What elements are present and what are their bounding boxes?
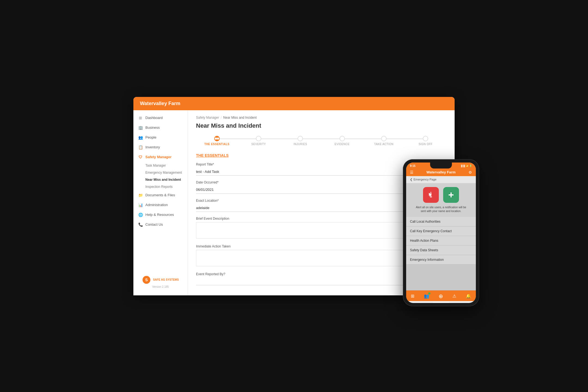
tab-alert-icon: ⚠ [452,293,456,299]
sidebar-sub-inspection[interactable]: Inspection Reports [133,183,188,190]
version-text: Version 2.185 [152,285,169,288]
sidebar-sub-near-miss[interactable]: Near Miss and Incident [133,176,188,183]
sidebar-item-business[interactable]: 🏢 Business [133,123,188,133]
sidebar-item-documents[interactable]: 📁 Documents & Files [133,190,188,200]
sidebar-item-label: Contact Us [145,222,163,226]
inventory-icon: 📋 [138,145,143,149]
step-evidence[interactable]: EVIDENCE [321,136,363,146]
step-injuries[interactable]: INJURIES [280,136,321,146]
phone-home-indicator [433,302,449,303]
sidebar-sub-emergency[interactable]: Emergency Management [133,169,188,176]
sidebar-item-safety-manager[interactable]: 🛡 Safety Manager [133,152,188,162]
logo-icon: S [142,275,151,284]
phone-tab-bar: ⊞ 👥 ⊕ ⚠ 🔔 [406,290,476,301]
fire-emergency-button[interactable] [423,187,439,203]
top-bar: Watervalley Farm [133,97,455,110]
sidebar-item-label: Dashboard [145,116,163,120]
emergency-icons-row [423,187,459,203]
phone-list: Call Local Authorities Call Key Emergenc… [406,217,476,290]
hamburger-icon[interactable]: ☰ [410,170,414,174]
step-sign-off[interactable]: SIGN OFF [405,136,446,146]
wifi-icon: 📶 [466,165,468,167]
breadcrumb-current: Near Miss and Incident [223,116,257,120]
admin-icon: 📊 [138,203,143,207]
breadcrumb-parent[interactable]: Safety Manager [196,116,219,120]
help-icon: 🌐 [138,213,143,217]
phone-tab-home[interactable]: ⊞ [411,293,414,299]
phone-gear-icon[interactable]: ⚙ [468,170,472,174]
sidebar: ⊞ Dashboard 🏢 Business 👥 People 📋 Invent… [133,110,188,295]
phone-app-title: Watervalley Farm [426,170,455,174]
phone-notch [430,163,452,169]
sidebar-spacer [133,229,188,271]
step-label-essentials: THE ESSENTIALS [204,143,229,146]
app-frame: Watervalley Farm ⊞ Dashboard 🏢 Business … [133,97,455,295]
step-circle-sign-off [423,136,428,141]
sidebar-item-administration[interactable]: 📊 Administration [133,200,188,210]
phone-tab-people[interactable]: 👥 [424,293,429,299]
step-label-injuries: INJURIES [294,143,307,146]
sidebar-item-contact[interactable]: 📞 Contact Us [133,220,188,229]
sidebar-sub-task-manager[interactable]: Task Manager [133,162,188,169]
tab-bell-icon: 🔔 [466,293,471,299]
phone-time: 9:15 [410,164,415,167]
step-label-severity: SEVERITY [251,143,266,146]
contact-icon: 📞 [138,222,143,227]
fire-icon [427,191,435,199]
phone-list-item-call-key[interactable]: Call Key Emergency Contact [406,226,476,236]
svg-rect-4 [449,194,454,195]
sidebar-item-people[interactable]: 👥 People [133,133,188,142]
phone-list-item-call-local[interactable]: Call Local Authorities [406,217,476,226]
phone-mockup: 9:15 ▐▐▐ 📶 🔋 ☰ Watervalley Farm ⚙ ❮ [403,159,479,306]
step-label-evidence: EVIDENCE [335,143,350,146]
breadcrumb-separator: / [221,116,222,120]
section-title: THE ESSENTIALS [196,153,446,158]
safety-icon: 🛡 [138,155,143,159]
sidebar-item-help[interactable]: 🌐 Help & Resources [133,210,188,220]
emergency-button-group: Alert all on site users, a notification … [410,187,472,213]
sidebar-logo: S SAFE AG SYSTEMS Version 2.185 [133,271,188,293]
phone-status-icons: ▐▐▐ 📶 🔋 [460,165,472,167]
sidebar-item-label: Help & Resources [145,213,174,217]
back-chevron-icon: ❮ [410,178,412,181]
phone-back-row[interactable]: ❮ Emergency Page [406,176,476,183]
back-label: Emergency Page [414,178,436,181]
phone-shell: 9:15 ▐▐▐ 📶 🔋 ☰ Watervalley Farm ⚙ ❮ [403,159,479,306]
svg-text:S: S [145,277,148,282]
step-essentials[interactable]: THE ESSENTIALS [196,136,238,146]
sidebar-item-inventory[interactable]: 📋 Inventory [133,142,188,152]
step-circle-severity [256,136,261,141]
step-label-sign-off: SIGN OFF [419,143,433,146]
dashboard-icon: ⊞ [138,116,143,120]
sidebar-item-dashboard[interactable]: ⊞ Dashboard [133,113,188,123]
phone-emergency-section: Alert all on site users, a notification … [406,183,476,217]
stepper: THE ESSENTIALS SEVERITY INJURIES EVIDENC… [196,136,446,146]
phone-tab-add[interactable]: ⊕ [439,293,443,299]
tab-grid-icon: ⊞ [411,293,414,299]
phone-list-item-safety-sheets[interactable]: Safety Data Sheets [406,246,476,255]
plus-icon [447,191,455,199]
business-icon: 🏢 [138,125,143,130]
svg-point-2 [430,196,432,198]
phone-screen: 9:15 ▐▐▐ 📶 🔋 ☰ Watervalley Farm ⚙ ❮ [406,163,476,303]
tab-badge [428,292,430,295]
page-title: Near Miss and Incident [196,122,446,129]
logo-container: S SAFE AG SYSTEMS [142,275,179,284]
phone-tab-alert[interactable]: ⚠ [452,293,456,299]
step-take-action[interactable]: TAKE ACTION [363,136,405,146]
people-icon: 👥 [138,135,143,140]
phone-tab-notifications[interactable]: 🔔 [466,293,471,299]
step-circle-take-action [381,136,387,141]
step-circle-essentials [214,136,220,141]
sidebar-item-label: Administration [145,203,168,207]
phone-list-item-health-plans[interactable]: Health Action Plans [406,236,476,246]
sidebar-item-label: Business [145,125,160,130]
tab-add-icon: ⊕ [439,293,443,299]
first-aid-button[interactable] [443,187,459,203]
step-circle-evidence [339,136,345,141]
step-label-take-action: TAKE ACTION [374,143,394,146]
sidebar-item-label: Safety Manager [145,155,171,159]
phone-list-item-emergency-info[interactable]: Emergency Information [406,255,476,265]
step-circle-injuries [298,136,303,141]
step-severity[interactable]: SEVERITY [238,136,279,146]
